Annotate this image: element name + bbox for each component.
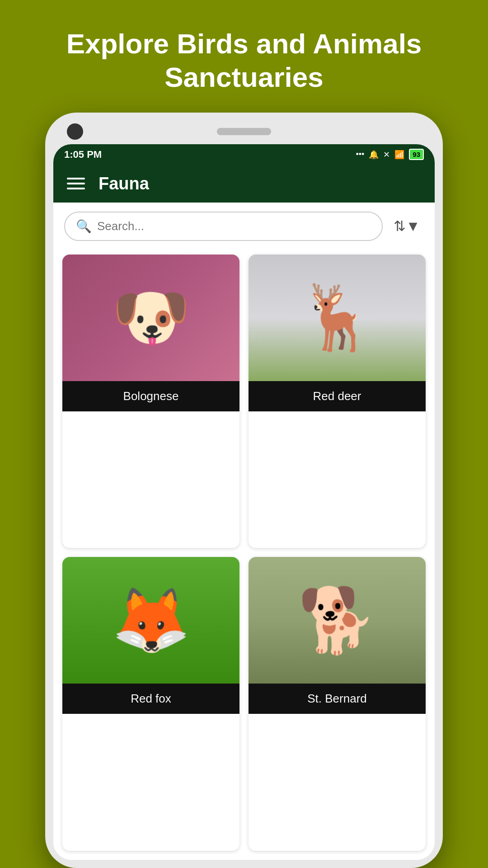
animal-label-st-bernard: St. Bernard xyxy=(249,684,426,714)
animal-image-red-deer xyxy=(249,255,426,381)
more-icon: ••• xyxy=(356,150,364,159)
animal-image-st-bernard xyxy=(249,557,426,684)
animal-label-bolognese: Bolognese xyxy=(62,381,239,411)
page-title: Explore Birds and Animals Sanctuaries xyxy=(0,0,488,113)
status-time: 1:05 PM xyxy=(64,149,102,160)
animal-label-red-fox: Red fox xyxy=(62,684,239,714)
sim-icon: ✕ xyxy=(383,150,390,160)
hamburger-menu-button[interactable] xyxy=(67,178,85,189)
app-bar: Fauna xyxy=(53,165,435,203)
hamburger-line-1 xyxy=(67,178,85,179)
status-bar: 1:05 PM ••• 🔔 ✕ 📶 93 xyxy=(53,144,435,165)
app-title: Fauna xyxy=(99,174,149,193)
phone-screen: 1:05 PM ••• 🔔 ✕ 📶 93 Fauna 🔍 xyxy=(53,144,435,860)
status-icons: ••• 🔔 ✕ 📶 93 xyxy=(356,149,424,160)
sort-filter-button[interactable]: ⇅▼ xyxy=(390,214,424,238)
phone-speaker xyxy=(217,128,271,135)
search-wrapper: 🔍 xyxy=(64,212,383,241)
animal-card-bolognese[interactable]: Bolognese xyxy=(62,255,239,548)
notification-icon: 🔔 xyxy=(369,150,379,160)
animal-card-red-fox[interactable]: Red fox xyxy=(62,557,239,851)
animal-card-red-deer[interactable]: Red deer xyxy=(249,255,426,548)
phone-mockup: 1:05 PM ••• 🔔 ✕ 📶 93 Fauna 🔍 xyxy=(45,113,443,868)
phone-notch xyxy=(53,121,435,144)
animal-image-red-fox xyxy=(62,557,239,684)
hamburger-line-3 xyxy=(67,188,85,189)
wifi-icon: 📶 xyxy=(394,150,404,160)
hamburger-line-2 xyxy=(67,183,85,184)
search-bar-row: 🔍 ⇅▼ xyxy=(53,203,435,250)
animal-card-st-bernard[interactable]: St. Bernard xyxy=(249,557,426,851)
battery-indicator: 93 xyxy=(409,149,424,160)
animal-image-bolognese xyxy=(62,255,239,381)
animal-grid: Bolognese Red deer Red fox St. Bernard xyxy=(53,250,435,860)
phone-camera xyxy=(67,123,83,140)
animal-label-red-deer: Red deer xyxy=(249,381,426,411)
search-icon: 🔍 xyxy=(76,219,92,234)
search-input[interactable] xyxy=(97,219,371,233)
